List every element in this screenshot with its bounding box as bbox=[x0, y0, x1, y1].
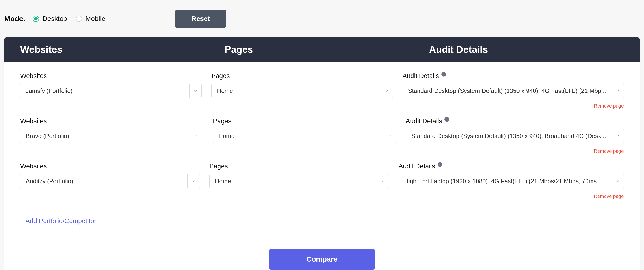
field-websites: Websites Jamsfy (Portfolio) bbox=[20, 72, 202, 109]
select-value-text: Auditzy (Portfolio) bbox=[26, 178, 73, 185]
mode-option-label: Mobile bbox=[86, 15, 105, 22]
website-select[interactable]: Auditzy (Portfolio) bbox=[20, 174, 200, 188]
compare-button[interactable]: Compare bbox=[269, 249, 375, 270]
header-audit: Audit Details bbox=[429, 44, 624, 55]
chevron-down-icon bbox=[377, 174, 389, 188]
field-label-websites: Websites bbox=[20, 118, 203, 125]
comparison-row: Websites Jamsfy (Portfolio) Pages Home bbox=[20, 72, 624, 109]
chevron-down-icon bbox=[612, 84, 624, 98]
page-select[interactable]: Home bbox=[211, 84, 393, 98]
main-card: Websites Pages Audit Details Websites Ja… bbox=[4, 37, 640, 270]
field-pages: Pages Home bbox=[213, 118, 396, 154]
mode-option-mobile[interactable]: Mobile bbox=[76, 15, 105, 22]
field-label-pages: Pages bbox=[209, 163, 389, 170]
select-value-text: Home bbox=[217, 87, 233, 94]
select-value-text: Brave (Portfolio) bbox=[26, 133, 69, 139]
chevron-down-icon bbox=[190, 84, 202, 98]
mode-radio-group: Desktop Mobile bbox=[33, 15, 105, 22]
field-websites: Websites Brave (Portfolio) bbox=[20, 118, 203, 154]
field-label-websites: Websites bbox=[20, 163, 200, 170]
audit-select[interactable]: Standard Desktop (System Default) (1350 … bbox=[406, 129, 624, 143]
select-value-text: High End Laptop (1920 x 1080), 4G Fast(L… bbox=[404, 178, 606, 185]
chevron-down-icon bbox=[612, 129, 624, 143]
info-icon[interactable]: i bbox=[441, 72, 446, 77]
field-pages: Pages Home bbox=[211, 72, 393, 109]
header-row: Websites Pages Audit Details bbox=[4, 37, 640, 62]
chevron-down-icon bbox=[612, 174, 624, 188]
field-audit: Audit Details i High End Laptop (1920 x … bbox=[398, 163, 624, 199]
remove-page-link[interactable]: Remove page bbox=[398, 194, 624, 199]
mode-option-label: Desktop bbox=[42, 15, 67, 22]
field-label-audit: Audit Details i bbox=[398, 163, 624, 170]
website-select[interactable]: Brave (Portfolio) bbox=[20, 129, 203, 143]
mode-label: Mode: bbox=[4, 15, 26, 23]
field-label-audit: Audit Details i bbox=[406, 118, 624, 125]
mode-option-desktop[interactable]: Desktop bbox=[33, 15, 67, 22]
page-select[interactable]: Home bbox=[213, 129, 396, 143]
select-value-text: Home bbox=[218, 133, 235, 139]
remove-page-link[interactable]: Remove page bbox=[402, 103, 624, 109]
audit-select[interactable]: Standard Desktop (System Default) (1350 … bbox=[402, 84, 624, 98]
website-select[interactable]: Jamsfy (Portfolio) bbox=[20, 84, 202, 98]
header-pages: Pages bbox=[224, 44, 419, 55]
audit-select[interactable]: High End Laptop (1920 x 1080), 4G Fast(L… bbox=[398, 174, 624, 188]
field-label-websites: Websites bbox=[20, 72, 202, 80]
select-value-text: Standard Desktop (System Default) (1350 … bbox=[408, 87, 606, 94]
chevron-down-icon bbox=[384, 129, 396, 143]
field-label-pages: Pages bbox=[211, 72, 393, 80]
select-value-text: Home bbox=[215, 178, 231, 185]
radio-icon bbox=[33, 16, 39, 22]
remove-page-link[interactable]: Remove page bbox=[406, 148, 624, 154]
radio-icon bbox=[76, 16, 82, 22]
body-content: Websites Jamsfy (Portfolio) Pages Home bbox=[4, 62, 640, 270]
top-bar: Mode: Desktop Mobile Reset bbox=[4, 10, 640, 37]
comparison-row: Websites Auditzy (Portfolio) Pages Home bbox=[20, 163, 624, 199]
field-label-audit: Audit Details i bbox=[402, 72, 624, 80]
reset-button[interactable]: Reset bbox=[175, 10, 226, 28]
header-websites: Websites bbox=[20, 44, 215, 55]
chevron-down-icon bbox=[381, 84, 393, 98]
info-icon[interactable]: i bbox=[438, 162, 442, 167]
info-icon[interactable]: i bbox=[444, 117, 449, 122]
add-portfolio-link[interactable]: + Add Portfolio/Competitor bbox=[20, 217, 96, 225]
compare-wrap: Compare bbox=[20, 249, 624, 270]
field-audit: Audit Details i Standard Desktop (System… bbox=[406, 118, 624, 154]
select-value-text: Jamsfy (Portfolio) bbox=[26, 87, 72, 94]
page-select[interactable]: Home bbox=[209, 174, 389, 188]
field-pages: Pages Home bbox=[209, 163, 389, 199]
chevron-down-icon bbox=[188, 174, 200, 188]
select-value-text: Standard Desktop (System Default) (1350 … bbox=[411, 133, 606, 139]
comparison-row: Websites Brave (Portfolio) Pages Home bbox=[20, 118, 624, 154]
field-websites: Websites Auditzy (Portfolio) bbox=[20, 163, 200, 199]
chevron-down-icon bbox=[191, 129, 203, 143]
field-label-pages: Pages bbox=[213, 118, 396, 125]
field-audit: Audit Details i Standard Desktop (System… bbox=[402, 72, 624, 109]
